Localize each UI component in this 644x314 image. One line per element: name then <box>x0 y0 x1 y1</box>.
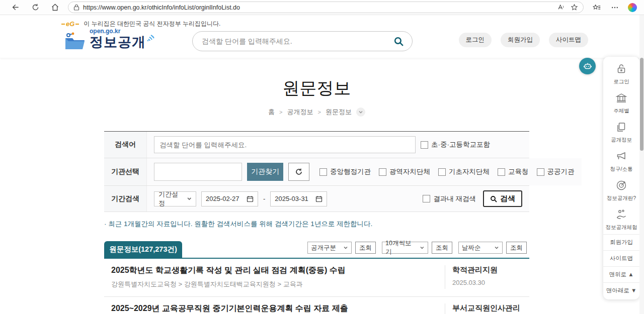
disclosure-type-select[interactable]: 공개구분 <box>307 242 352 254</box>
result-dept: 학적관리지원 <box>452 265 529 275</box>
result-title[interactable]: 2025~2029년 교육공무직원 중기기본인력운용계획 수립 자료 제출 <box>111 303 445 314</box>
logo-title: 정보공개 <box>90 35 146 50</box>
favorite-star-icon[interactable] <box>571 4 578 11</box>
header-search-input[interactable] <box>202 37 393 45</box>
search-button[interactable]: 검색 <box>483 190 522 207</box>
find-org-button[interactable]: 기관찾기 <box>247 163 283 181</box>
address-bar[interactable]: https://www.open.go.kr/othicInfo/infoLis… <box>68 2 584 13</box>
result-dept: 부서교직원인사관리 <box>452 303 529 313</box>
disclosure-type-apply-button[interactable]: 조회 <box>355 242 376 254</box>
date-range-separator: - <box>263 195 265 202</box>
hand-icon <box>615 208 627 221</box>
chevron-down-icon <box>358 110 363 115</box>
url-text[interactable]: https://www.open.go.kr/othicInfo/infoLis… <box>83 4 551 11</box>
quickmenu-open-info[interactable]: 공개정보 <box>603 118 639 147</box>
results-section: 원문정보(127,273건) 공개구분 조회 10개씩보기 조회 날짜순 <box>104 241 529 314</box>
chatbot-robot-icon <box>583 61 593 71</box>
keyword-input[interactable] <box>154 136 416 153</box>
period-type-select[interactable]: 기간설정 <box>154 191 196 206</box>
read-aloud-icon[interactable] <box>557 4 565 11</box>
org-type-metro-checkbox[interactable]: 광역자치단체 <box>379 167 430 176</box>
result-title[interactable]: 2025학년도 학교생활기록 작성 및 관리 실태 점검 계획(중등) 수립 <box>111 265 445 276</box>
breadcrumb-home[interactable]: 홈 <box>268 108 275 117</box>
scroll-to-bottom-button[interactable]: 맨아래로 ▼ <box>603 282 639 298</box>
org-type-basic-checkbox[interactable]: 기초자치단체 <box>438 167 490 176</box>
chevron-down-icon <box>420 245 425 250</box>
results-filters: 공개구분 조회 10개씩보기 조회 날짜순 조회 <box>307 242 529 258</box>
quickmenu-login[interactable]: 로그인 <box>603 59 639 88</box>
breadcrumb: 홈 > 공개정보 > 원문정보 <box>104 108 529 117</box>
back-icon[interactable] <box>12 3 20 12</box>
refresh-icon <box>295 168 303 176</box>
logo-domain: open.go.kr <box>90 28 146 34</box>
home-icon[interactable] <box>51 3 59 12</box>
checkbox-icon[interactable] <box>438 168 446 176</box>
search-icon[interactable] <box>393 36 404 47</box>
copilot-icon[interactable] <box>628 3 637 12</box>
site-logo[interactable]: open.go.kr 정보공개 <box>64 28 156 50</box>
gov-banner: eG 이 누리집은 대한민국 공식 전자정부 누리집입니다. <box>60 20 220 28</box>
results-count-tab[interactable]: 원문정보(127,273건) <box>104 241 182 258</box>
checkbox-icon[interactable] <box>379 168 386 176</box>
result-item-main[interactable]: 2025학년도 학교생활기록 작성 및 관리 실태 점검 계획(중등) 수립 강… <box>111 265 445 289</box>
scrollbar-track[interactable] <box>639 15 644 314</box>
search-icon <box>490 195 497 202</box>
sitemap-link[interactable]: 사이트맵 <box>549 33 588 47</box>
checkbox-icon[interactable] <box>498 168 505 176</box>
checkbox-icon[interactable] <box>423 195 430 202</box>
refresh-icon[interactable] <box>31 3 40 12</box>
chatbot-button[interactable] <box>579 58 596 74</box>
egov-mark-icon: eG <box>60 20 80 28</box>
keyword-label: 검색어 <box>104 132 147 158</box>
login-link[interactable]: 로그인 <box>459 33 492 47</box>
page-size-apply-button[interactable]: 조회 <box>432 242 452 254</box>
scrollbar-thumb[interactable] <box>640 58 643 151</box>
reset-org-button[interactable] <box>288 163 309 181</box>
signup-link[interactable]: 회원가입 <box>501 33 540 47</box>
documents-icon <box>615 121 627 133</box>
quickmenu-by-topic[interactable]: 주제별 <box>603 88 639 118</box>
calendar-icon[interactable] <box>247 195 254 202</box>
breadcrumb-separator: > <box>318 109 321 115</box>
checkbox-icon[interactable] <box>421 141 428 149</box>
quickmenu-request[interactable]: 청구/소통 <box>603 147 639 176</box>
page-size-select[interactable]: 10개씩보기 <box>382 242 428 254</box>
collections-icon[interactable] <box>593 4 601 12</box>
start-date-input[interactable]: 2025-02-27 <box>201 191 258 206</box>
quickmenu-experience[interactable]: 정보공개체험 <box>603 205 639 234</box>
breadcrumb-current[interactable]: 원문정보 <box>326 108 352 117</box>
chevron-down-icon <box>343 245 348 250</box>
end-date-input[interactable]: 2025-03-31 <box>270 191 327 206</box>
signal-waves-icon <box>147 33 156 42</box>
page-title: 원문정보 <box>104 77 529 100</box>
result-item-main[interactable]: 2025~2029년 교육공무직원 중기기본인력운용계획 수립 자료 제출 충청… <box>111 303 445 314</box>
keyword-row: 검색어 초·중·고등학교포함 <box>104 132 529 158</box>
scroll-to-top-button[interactable]: 맨위로 ▲ <box>603 266 639 282</box>
target-icon <box>615 179 627 191</box>
browser-window: https://www.open.go.kr/othicInfo/infoLis… <box>0 0 644 314</box>
school-include-checkbox[interactable]: 초·중·고등학교포함 <box>421 140 490 149</box>
checkbox-icon[interactable] <box>537 168 544 176</box>
quickmenu-signup-link[interactable]: 회원가입 <box>603 234 639 250</box>
sort-order-apply-button[interactable]: 조회 <box>506 242 527 254</box>
checkbox-icon[interactable] <box>319 168 327 176</box>
gov-banner-text: 이 누리집은 대한민국 공식 전자정부 누리집입니다. <box>84 20 220 28</box>
org-type-central-checkbox[interactable]: 중앙행정기관 <box>319 167 371 176</box>
quickmenu-sitemap-link[interactable]: 사이트맵 <box>603 250 639 266</box>
settings-dots-icon[interactable] <box>611 4 619 12</box>
megaphone-icon <box>615 150 627 162</box>
header-links: 로그인 회원가입 사이트맵 <box>459 33 589 47</box>
quickmenu-what-is[interactable]: 정보공개란? <box>603 176 639 205</box>
results-header: 원문정보(127,273건) 공개구분 조회 10개씩보기 조회 날짜순 <box>104 241 529 259</box>
sort-order-select[interactable]: 날짜순 <box>458 242 503 254</box>
result-org-path: 강원특별자치도교육청 > 강원특별자치도태백교육지원청 > 교육과 <box>111 280 445 289</box>
search-period-note: · 최근 1개월간의 자료입니다. 원활한 검색서비스를 위해 검색기간은 1년… <box>104 220 529 229</box>
calendar-icon[interactable] <box>315 195 323 202</box>
org-type-edu-office-checkbox[interactable]: 교육청 <box>498 167 529 176</box>
breadcrumb-open-info[interactable]: 공개정보 <box>287 108 313 117</box>
org-type-public-checkbox[interactable]: 공공기관 <box>537 167 575 176</box>
org-input[interactable] <box>154 163 242 181</box>
breadcrumb-expand-button[interactable] <box>356 108 365 117</box>
search-within-results-checkbox[interactable]: 결과내 재검색 <box>423 194 476 203</box>
org-label: 기관선택 <box>104 158 147 185</box>
